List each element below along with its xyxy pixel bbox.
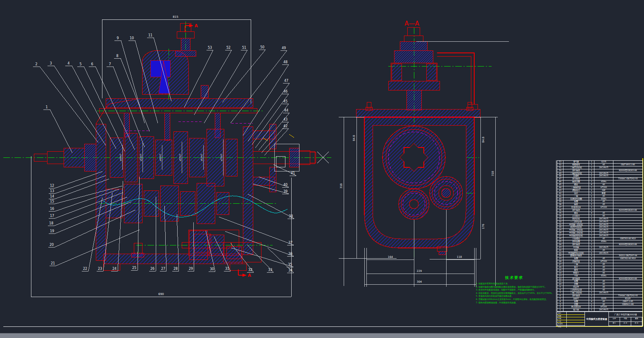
parts-table-cell: 1 [589,224,594,226]
parts-table-cell: 20CrMnTi [594,232,613,234]
parts-table-cell [613,309,642,311]
parts-table-row: 30倒挡中间齿轮120CrMnTi [557,226,642,229]
parts-table-cell [613,269,642,271]
parts-table-cell: 26 [557,238,563,240]
aa-shift-tower [388,27,478,110]
parts-table-cell: 中间轴常啮合齿轮 [563,252,589,255]
parts-table-row: 41一轴145 [557,195,642,198]
parts-table-cell: 橡胶 [594,192,613,195]
parts-table-row: 47滚动轴承17308AC GB/T292-93 [557,178,642,181]
parts-table-cell: 六角螺栓 [563,238,589,240]
parts-table-cell: 中间轴四挡齿轮 [563,235,589,237]
parts-table-row: 50滚针轴承1N2000型GB283-88 [557,169,642,172]
parts-table-cell: 锁紧螺母 [563,164,589,166]
parts-table-cell: 弹簧垫圈 [563,240,589,243]
parts-table-cell: HT200 [594,186,613,189]
parts-table-row: 28中间轴三挡齿轮120CrMnTi [557,232,642,235]
parts-table-cell: 28 [557,232,563,234]
title-block-right-field: 重量 [631,317,642,322]
svg-text:⌀72H7: ⌀72H7 [220,154,223,161]
svg-text:31: 31 [225,267,229,271]
svg-text:118: 118 [457,255,462,259]
svg-text:25: 25 [132,266,136,270]
parts-table-cell [613,172,642,175]
parts-table-cell: 9 [557,286,563,288]
drawing-title: 中间轴式五档变速器 [586,318,607,321]
parts-table-cell: 45 [594,249,613,252]
title-block-right-field: 图号 [609,322,620,326]
svg-text:12: 12 [50,184,54,188]
parts-table-cell [613,203,642,206]
parts-table-cell: 1 [589,161,594,163]
parts-table-cell: 42 [557,192,563,195]
svg-text:⌀52H7: ⌀52H7 [140,154,142,161]
parts-table-cell: 1 [589,189,594,192]
parts-table-cell [594,178,613,180]
title-block-fields-grid: 比例件数重量图号共 张第 张 [609,317,642,326]
title-block-field-label: 设计 [557,312,567,314]
parts-table-row: 53通气塞1Q235 [557,161,642,164]
parts-table-cell: 16 [557,266,563,269]
svg-text:36: 36 [288,252,292,256]
parts-table-cell: 垫圈 [563,280,589,283]
svg-text:48: 48 [283,60,288,64]
parts-table-cell: 08F [594,189,613,192]
parts-table-cell: N2000型GB283-88 [613,243,642,246]
svg-text:4: 4 [67,62,69,65]
parts-table-row: 16垫片145 [557,266,642,269]
parts-table-cell [613,266,642,269]
svg-text:9: 9 [116,36,119,40]
parts-table-row: 5油标尺1Q235组合件 [557,298,642,300]
svg-text:35: 35 [288,263,292,267]
parts-table-cell [613,286,642,288]
svg-text:32: 32 [248,268,252,272]
parts-table-cell: 52 [557,164,563,166]
parts-table-cell: 45 [557,183,563,186]
parts-table-cell: 11 [557,280,563,283]
parts-table-cell [613,181,642,183]
svg-text:7: 7 [109,62,111,66]
svg-text:A: A [195,24,198,28]
parts-table-row: 46轴承挡圈165Mn [557,181,642,183]
svg-text:8: 8 [116,54,118,58]
parts-table-row: 3挡圈140GB894.1-86 [557,303,642,306]
parts-table-cell: 1 [589,206,594,209]
svg-text:22: 22 [83,267,87,271]
parts-table-cell [613,306,642,308]
parts-table-cell: 24 [557,243,563,246]
parts-table-cell: 38 [557,203,563,206]
parts-table-cell: 65Mn [594,275,613,277]
parts-table-cell: 1 [589,215,594,217]
title-block-field-label: 标准化 [557,323,567,325]
parts-table-cell: 7 [557,292,563,294]
parts-table-row: 9同步环145 [557,286,642,289]
parts-table-cell: 4 [589,212,594,214]
parts-table-cell: 滚动轴承 [563,178,589,180]
parts-table-cell: 1 [589,209,594,212]
parts-table-cell: 4 [589,257,594,260]
tech-item: 1. 装配前所有零件用煤油清洗干净。 [476,282,553,286]
title-block-drawing-title: 中间轴式五档变速器 [585,312,609,326]
parts-table-cell: 27 [557,235,563,237]
parts-table-row: 10挡圈145 [557,283,642,286]
main-section-view: 815 690 [3,15,331,297]
title-block-right-field: 共 张 [620,322,631,326]
parts-table-cell: 20CrMnTi [594,221,613,223]
svg-text:17: 17 [50,214,54,218]
svg-text:15: 15 [50,200,54,203]
parts-table-cell [613,189,642,192]
parts-table-cell: 二轴四挡齿轮 [563,172,589,175]
svg-text:13: 13 [50,189,54,193]
parts-table-cell: GB894.1-86 [613,303,642,306]
parts-table-row: 35螺栓445 [557,212,642,215]
title-block-field-label: 审核 [557,317,567,320]
parts-table-cell: 34 [557,215,563,217]
svg-text:46: 46 [283,90,288,93]
parts-table-row: 48花键毂120CrMnTi [557,175,642,178]
parts-table-cell [613,246,642,249]
svg-text:84.8: 84.8 [352,135,356,141]
svg-text:18: 18 [49,221,53,225]
parts-table-row: 34止动垫片145 [557,215,642,218]
title-block-signature-grid: 设计制图审核工艺标准化批准 [557,312,585,326]
parts-table-cell: 1 [589,175,594,177]
